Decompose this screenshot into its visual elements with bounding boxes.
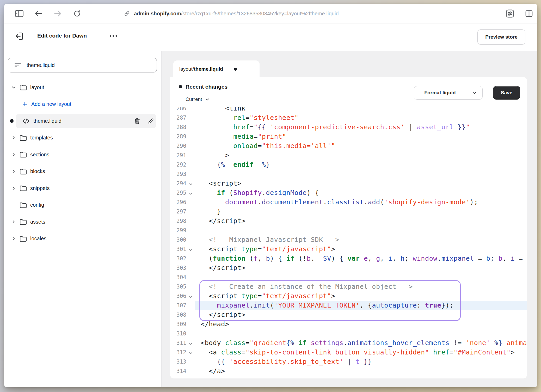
page-settings-button[interactable] <box>504 4 516 23</box>
code-text <box>195 329 527 338</box>
reload-icon <box>73 9 82 18</box>
code-line-289[interactable]: 289 media="print" <box>170 132 527 141</box>
code-line-295[interactable]: 295 if (Shopify.designMode) { <box>170 188 527 198</box>
code-line-294[interactable]: 294 <script> <box>170 179 527 188</box>
code-text: </script> <box>195 310 527 320</box>
line-number: 286 <box>170 107 186 112</box>
code-line-291[interactable]: 291 > <box>170 151 527 160</box>
chevron-right-icon[interactable] <box>11 186 16 191</box>
format-options-button[interactable] <box>466 86 482 99</box>
code-text: <!-- Mixpanel Javascript SDK --> <box>195 235 527 244</box>
workspace: theme.liquid layoutAdd a new layouttheme… <box>4 51 537 387</box>
fold-spacer <box>186 136 195 137</box>
sidebar-folder-sections[interactable]: sections <box>4 146 161 163</box>
chevron-right-icon[interactable] <box>11 169 16 174</box>
code-area[interactable]: 286 <link287 rel="stylesheet"288 href="{… <box>170 107 527 378</box>
folder-label: templates <box>30 135 53 141</box>
code-text: <script type="text/javascript"> <box>195 244 527 254</box>
line-number: 309 <box>170 321 186 327</box>
gutter: 295 <box>170 188 195 198</box>
line-number: 312 <box>170 349 186 356</box>
fold-spacer <box>186 370 195 372</box>
rename-file-button[interactable] <box>147 118 154 124</box>
code-line-299[interactable]: 299 <box>170 226 527 235</box>
code-line-302[interactable]: 302 (function (f, b) { if (!b.__SV) { va… <box>170 254 527 263</box>
sidebar-folder-snippets[interactable]: snippets <box>4 180 161 197</box>
chevron-right-icon[interactable] <box>11 152 16 157</box>
fold-spacer <box>186 220 195 222</box>
fold-toggle-icon[interactable] <box>186 190 195 196</box>
exit-code-editor-button[interactable] <box>14 31 24 42</box>
line-number: 303 <box>170 265 186 271</box>
line-number: 296 <box>170 199 186 205</box>
split-view-button[interactable] <box>523 4 535 23</box>
code-line-305[interactable]: 305 <!-- Create an instance of the Mixpa… <box>170 282 527 291</box>
sidebar-folder-config[interactable]: config <box>4 197 161 214</box>
code-line-296[interactable]: 296 document.documentElement.classList.a… <box>170 198 527 207</box>
code-line-301[interactable]: 301 <script type="text/javascript"> <box>170 244 527 254</box>
sidebar-folder-layout[interactable]: layout <box>4 79 161 96</box>
file-search-input[interactable]: theme.liquid <box>8 58 157 72</box>
chevron-down-icon[interactable] <box>11 85 16 90</box>
reload-button[interactable] <box>72 4 82 23</box>
folder-icon <box>19 235 27 242</box>
code-line-300[interactable]: 300 <!-- Mixpanel Javascript SDK --> <box>170 235 527 244</box>
fold-toggle-icon[interactable] <box>186 293 195 299</box>
back-button[interactable] <box>33 4 44 23</box>
line-number: 290 <box>170 143 186 149</box>
preview-store-button[interactable]: Preview store <box>477 29 525 45</box>
chevron-right-icon[interactable] <box>11 219 16 224</box>
code-line-314[interactable]: 314 </a> <box>170 366 527 376</box>
code-line-298[interactable]: 298 </script> <box>170 216 527 226</box>
code-line-297[interactable]: 297 } <box>170 207 527 216</box>
code-line-304[interactable]: 304 <box>170 273 527 282</box>
sidebar-file-theme-liquid[interactable]: theme.liquid <box>4 113 161 130</box>
gutter: 298 <box>170 216 195 226</box>
sidebar-toggle-button[interactable] <box>14 4 24 23</box>
gutter: 287 <box>170 113 195 123</box>
more-menu-button[interactable] <box>108 30 119 42</box>
sidebar-folder-templates[interactable]: templates <box>4 130 161 146</box>
forward-icon <box>53 10 63 17</box>
fold-toggle-icon[interactable] <box>186 340 195 346</box>
code-line-303[interactable]: 303 </script> <box>170 263 527 273</box>
address-bar[interactable]: admin.shopify.com/store/rzq1xu-f5/themes… <box>124 4 339 23</box>
sidebar-folder-blocks[interactable]: blocks <box>4 163 161 180</box>
fold-spacer <box>186 126 195 128</box>
fold-spacer <box>186 145 195 147</box>
save-button[interactable]: Save <box>493 86 520 100</box>
fold-toggle-icon[interactable] <box>186 247 195 252</box>
code-line-313[interactable]: 313 {{ 'accessibility.skip_to_text' | t … <box>170 357 527 366</box>
fold-toggle-icon[interactable] <box>186 181 195 186</box>
code-line-308[interactable]: 308 </script> <box>170 310 527 320</box>
sidebar-folder-locales[interactable]: locales <box>4 230 161 247</box>
tab-theme-liquid[interactable]: layout/theme.liquid <box>173 60 260 78</box>
code-line-293[interactable]: 293 <box>170 169 527 179</box>
fold-toggle-icon[interactable] <box>186 350 195 355</box>
code-line-288[interactable]: 288 href="{{ 'component-predictive-searc… <box>170 123 527 132</box>
code-line-312[interactable]: 312 <a class="skip-to-content-link butto… <box>170 348 527 357</box>
gutter: 314 <box>170 366 195 376</box>
code-line-311[interactable]: 311<body class="gradient{% if settings.a… <box>170 338 527 348</box>
code-text: if (Shopify.designMode) { <box>195 188 527 198</box>
code-line-309[interactable]: 309</head> <box>170 320 527 329</box>
sidebar-action-add-a-new-layout[interactable]: Add a new layout <box>4 96 161 113</box>
forward-button[interactable] <box>53 4 63 23</box>
gutter: 300 <box>170 235 195 244</box>
fold-spacer <box>186 258 195 259</box>
code-line-307[interactable]: 307 mixpanel.init('YOUR_MIXPANEL_TOKEN',… <box>170 301 527 310</box>
chevron-right-icon[interactable] <box>11 236 16 241</box>
code-line-286[interactable]: 286 <link <box>170 107 527 113</box>
version-dropdown[interactable]: Current <box>186 96 210 102</box>
fold-spacer <box>186 305 195 306</box>
code-line-287[interactable]: 287 rel="stylesheet" <box>170 113 527 123</box>
delete-file-button[interactable] <box>134 118 140 125</box>
code-line-310[interactable]: 310 <box>170 329 527 338</box>
format-liquid-button[interactable]: Format liquid <box>414 86 466 99</box>
chevron-right-icon[interactable] <box>11 135 16 140</box>
code-line-290[interactable]: 290 onload="this.media='all'" <box>170 141 527 151</box>
code-line-306[interactable]: 306 <script type="text/javascript"> <box>170 291 527 301</box>
code-line-292[interactable]: 292 {%- endif -%} <box>170 160 527 169</box>
fold-spacer <box>186 314 195 316</box>
sidebar-folder-assets[interactable]: assets <box>4 213 161 230</box>
